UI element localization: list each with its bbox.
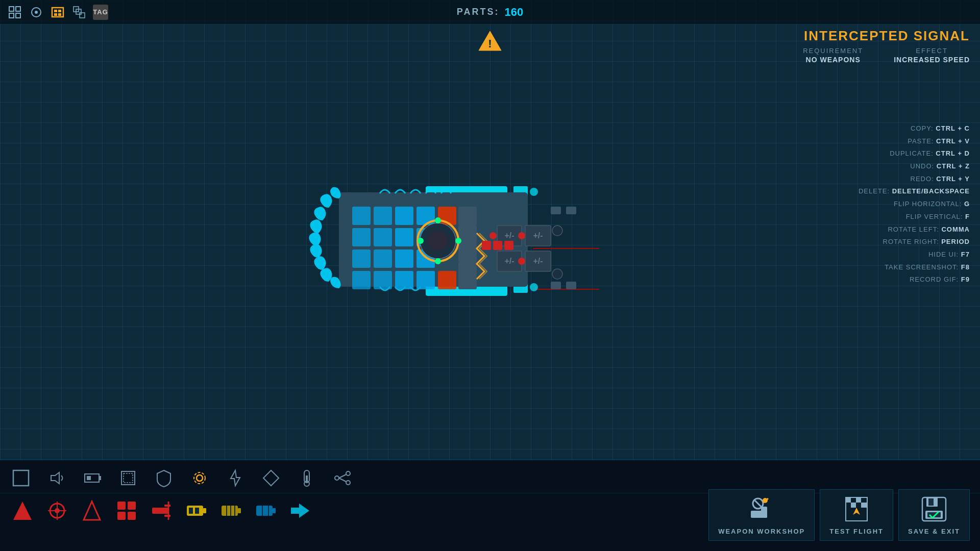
effect-col: EFFECT INCREASED SPEED [894,47,970,64]
svg-rect-105 [164,505,170,507]
rect-active-icon[interactable] [50,5,65,20]
svg-rect-2 [9,13,14,18]
svg-text:+/-: +/- [504,257,514,265]
shortcut-gif: RECORD GIF: F9 [859,273,970,286]
item-battery-yellow-1[interactable] [184,498,208,523]
item-gun[interactable] [149,498,174,523]
svg-rect-8 [58,10,61,12]
item-crosshair[interactable] [45,498,69,523]
category-gauge[interactable] [296,467,317,489]
svg-rect-102 [117,512,126,520]
category-network[interactable] [332,467,353,489]
save-exit-button[interactable]: SAVE & EXIT [898,489,970,541]
item-cone[interactable] [80,498,104,523]
svg-rect-73 [551,282,561,289]
ship-canvas[interactable]: +/- +/- +/- +/- [0,24,980,459]
test-flight-icon [842,495,871,523]
requirement-col: REQUIREMENT NO WEAPONS [803,47,863,64]
svg-rect-134 [851,503,856,508]
item-battery-blue[interactable] [253,498,278,523]
svg-text:+/-: +/- [533,231,543,240]
item-triangle[interactable] [10,498,35,523]
svg-point-69 [552,226,562,236]
svg-rect-133 [846,503,851,508]
svg-marker-94 [13,502,32,520]
svg-point-62 [518,232,525,239]
category-gear[interactable] [189,467,210,489]
svg-point-65 [518,258,525,265]
parts-count: 160 [504,6,523,19]
svg-marker-121 [291,504,309,518]
svg-rect-74 [566,282,576,289]
svg-rect-78 [99,476,101,480]
svg-rect-106 [164,515,170,517]
svg-point-50 [428,231,448,251]
shortcut-flip-h: FLIP HORIZONTAL: G [859,198,970,211]
category-diamond[interactable] [260,467,282,489]
info-panel: INTERCEPTED SIGNAL REQUIREMENT NO WEAPON… [803,28,970,64]
svg-rect-67 [493,241,502,250]
shortcut-paste: PASTE: CTRL + V [859,135,970,148]
svg-rect-25 [352,207,371,225]
svg-rect-123 [761,507,767,518]
top-bar: TAG PARTS: 160 [0,0,980,24]
info-title: INTERCEPTED SIGNAL [803,28,970,44]
shortcut-undo: UNDO: CTRL + Z [859,160,970,173]
category-door[interactable] [117,467,139,489]
save-exit-icon [920,495,948,523]
svg-rect-104 [152,508,168,514]
requirement-label: REQUIREMENT [803,47,863,55]
svg-rect-6 [52,8,63,17]
category-energy[interactable] [225,467,246,489]
weapon-workshop-button[interactable]: WEAPON WORKSHOP [708,489,815,541]
svg-rect-1 [16,7,20,11]
shortcut-screenshot: TAKE SCREENSHOT: F8 [859,261,970,274]
tag-badge[interactable]: TAG [93,5,108,20]
item-box-array[interactable] [114,498,139,523]
category-battery[interactable] [82,467,103,489]
svg-rect-39 [352,271,371,289]
shortcut-hide-ui: HIDE UI: F7 [859,248,970,261]
weapon-workshop-icon [747,495,776,523]
svg-rect-81 [124,473,133,483]
effect-label: EFFECT [894,47,970,55]
svg-rect-47 [458,271,477,289]
svg-rect-129 [846,497,851,503]
shortcut-copy: COPY: CTRL + C [859,122,970,135]
category-sound[interactable] [46,467,67,489]
svg-rect-68 [504,241,513,250]
target-icon[interactable] [29,5,44,20]
category-hull[interactable] [10,467,32,489]
shortcut-redo: REDO: CTRL + Y [859,173,970,186]
svg-rect-3 [16,13,20,18]
svg-rect-33 [395,228,413,246]
svg-rect-45 [458,243,477,262]
parts-label: PARTS: [457,7,500,17]
test-flight-label: TEST FLIGHT [829,528,884,535]
top-bar-icons: TAG [0,5,108,20]
parts-display: PARTS: 160 [457,6,523,19]
svg-rect-42 [438,271,456,289]
category-shield[interactable] [153,467,175,489]
svg-marker-137 [853,508,860,515]
svg-rect-100 [117,502,126,510]
svg-line-92 [339,474,346,478]
svg-point-54 [418,238,424,244]
svg-rect-135 [856,503,861,508]
item-battery-yellow-2[interactable] [218,498,243,523]
svg-point-89 [335,476,339,480]
svg-line-93 [339,478,346,482]
svg-rect-130 [851,497,856,503]
test-flight-button[interactable]: TEST FLIGHT [820,489,893,541]
svg-marker-84 [231,470,240,486]
svg-rect-9 [54,13,57,16]
item-arrow-thrust[interactable] [288,498,312,523]
svg-rect-0 [9,7,14,11]
svg-point-70 [552,269,562,279]
svg-rect-109 [203,508,206,513]
grid-icon[interactable] [7,5,22,20]
svg-rect-28 [374,228,392,246]
warning-icon: ! [477,28,503,57]
layers-icon[interactable] [71,5,87,20]
svg-line-125 [755,500,761,507]
